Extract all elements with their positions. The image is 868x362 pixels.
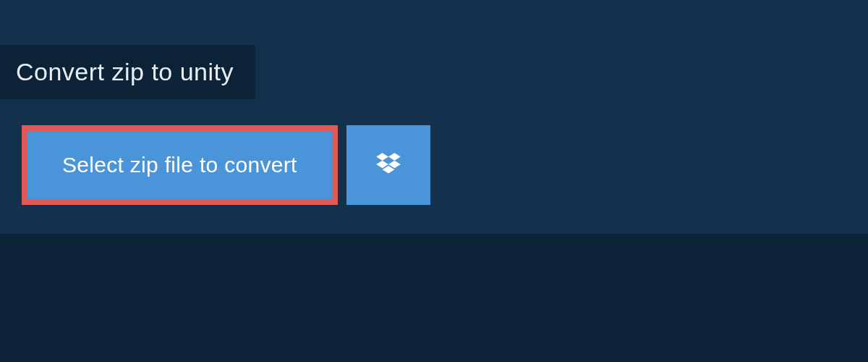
svg-marker-1 xyxy=(388,153,401,161)
tab-header: Convert zip to unity xyxy=(0,45,255,99)
dropbox-icon xyxy=(373,150,404,180)
svg-marker-3 xyxy=(388,161,401,169)
dropbox-button[interactable] xyxy=(346,125,430,205)
action-row: Select zip file to convert xyxy=(0,99,868,234)
svg-marker-0 xyxy=(376,153,388,161)
select-file-label: Select zip file to convert xyxy=(62,153,297,177)
svg-marker-2 xyxy=(376,161,388,169)
converter-banner: Convert zip to unity Select zip file to … xyxy=(0,0,868,234)
page-title: Convert zip to unity xyxy=(16,58,234,85)
select-file-button[interactable]: Select zip file to convert xyxy=(22,125,338,205)
